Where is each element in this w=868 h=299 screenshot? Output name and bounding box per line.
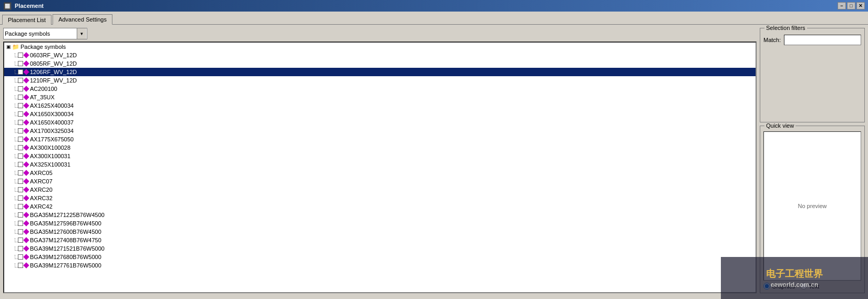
checkbox[interactable] xyxy=(18,53,23,58)
list-item[interactable]: AX325X100031 xyxy=(4,160,756,169)
list-item[interactable]: AX1775X675050 xyxy=(4,135,756,143)
checkbox[interactable] xyxy=(18,145,23,150)
close-button[interactable]: ✕ xyxy=(856,2,865,9)
list-item[interactable]: 0805RF_WV_12D xyxy=(4,59,756,68)
checkbox[interactable] xyxy=(18,137,23,142)
checkbox[interactable] xyxy=(18,204,23,209)
diamond-icon xyxy=(23,153,29,159)
list-item[interactable]: AXRC05 xyxy=(4,169,756,177)
diamond-icon xyxy=(23,245,29,251)
diamond-icon xyxy=(23,77,29,83)
list-item[interactable]: AX1625X400034 xyxy=(4,101,756,110)
checkbox[interactable] xyxy=(18,229,23,234)
tab-bar: Placement List Advanced Settings xyxy=(0,12,868,25)
checkbox[interactable] xyxy=(18,103,23,108)
selection-filters-group: Selection filters Match: xyxy=(760,28,865,122)
maximize-button[interactable]: □ xyxy=(847,2,855,9)
list-item[interactable]: AXRC42 xyxy=(4,202,756,211)
checkbox[interactable] xyxy=(18,212,23,218)
dropdown-row: Package symbols ▼ xyxy=(3,28,757,39)
item-label: AX1650X400037 xyxy=(30,119,74,126)
item-label: 0603RF_WV_12D xyxy=(30,52,77,58)
list-item[interactable]: BGA39M127761B76W5000 xyxy=(4,261,756,270)
checkbox[interactable] xyxy=(18,69,23,75)
diamond-icon xyxy=(23,145,29,150)
package-symbols-dropdown-wrapper[interactable]: Package symbols ▼ xyxy=(3,28,87,39)
list-item[interactable]: AX1650X400037 xyxy=(4,118,756,127)
list-item[interactable]: AXRC07 xyxy=(4,177,756,185)
list-item[interactable]: BGA39M127680B76W5000 xyxy=(4,253,756,261)
checkbox[interactable] xyxy=(18,246,23,251)
list-item[interactable]: AC200100 xyxy=(4,85,756,93)
quick-view-title: Quick view xyxy=(764,122,795,129)
checkbox[interactable] xyxy=(18,263,23,268)
checkbox[interactable] xyxy=(18,78,23,83)
diamond-icon xyxy=(23,102,29,108)
item-label: AXRC32 xyxy=(30,195,53,201)
checkbox[interactable] xyxy=(18,187,23,192)
tab-placement-list[interactable]: Placement List xyxy=(2,15,51,25)
item-label: 1210RF_WV_12D xyxy=(30,77,77,84)
item-label: AXRC20 xyxy=(30,187,53,193)
checkbox[interactable] xyxy=(18,153,23,159)
tree-root[interactable]: ▣ 📁 Package symbols xyxy=(4,43,756,51)
item-label: AX1650X300034 xyxy=(30,111,74,117)
list-item[interactable]: AX1700X325034 xyxy=(4,127,756,135)
checkbox[interactable] xyxy=(18,238,23,243)
checkbox[interactable] xyxy=(18,120,23,125)
item-label: BGA35M127600B76W4500 xyxy=(30,229,101,235)
checkbox[interactable] xyxy=(18,61,23,66)
item-label: AX1700X325034 xyxy=(30,128,74,134)
main-area: Package symbols ▼ ▣ 📁 Package symbols xyxy=(0,25,868,296)
match-input[interactable] xyxy=(784,35,861,45)
checkbox[interactable] xyxy=(18,86,23,91)
expand-icon[interactable]: ▣ xyxy=(6,44,11,49)
minimize-button[interactable]: − xyxy=(838,2,846,9)
tab-advanced-settings[interactable]: Advanced Settings xyxy=(53,14,112,25)
checkbox[interactable] xyxy=(18,221,23,226)
checkbox[interactable] xyxy=(18,179,23,184)
checkbox[interactable] xyxy=(18,195,23,201)
list-item[interactable]: 1206RF_WV_12D xyxy=(4,68,756,76)
item-label: AXRC05 xyxy=(30,170,53,176)
tree-scroll-area[interactable]: ▣ 📁 Package symbols 0603RF_WV_12D xyxy=(4,43,756,292)
list-item[interactable]: AX300X100028 xyxy=(4,143,756,152)
list-item[interactable]: AX1650X300034 xyxy=(4,110,756,118)
list-item[interactable]: AXRC20 xyxy=(4,185,756,194)
right-panel: Selection filters Match: Quick view No p… xyxy=(760,28,865,293)
item-label: AT_35UX xyxy=(30,94,55,100)
diamond-icon xyxy=(23,170,29,176)
item-label: AX1775X675050 xyxy=(30,136,74,142)
list-item[interactable]: 0603RF_WV_12D xyxy=(4,51,756,59)
checkbox[interactable] xyxy=(18,162,23,167)
list-item[interactable]: BGA35M1271225B76W4500 xyxy=(4,211,756,219)
window-title: Placement xyxy=(15,3,838,9)
list-item[interactable]: BGA37M127408B76W4750 xyxy=(4,236,756,244)
list-item[interactable]: AXRC32 xyxy=(4,194,756,202)
checkbox[interactable] xyxy=(18,128,23,133)
diamond-icon xyxy=(23,262,29,268)
diamond-icon xyxy=(23,60,29,66)
checkbox[interactable] xyxy=(18,170,23,176)
list-item[interactable]: 1210RF_WV_12D xyxy=(4,76,756,85)
item-label: BGA39M127680B76W5000 xyxy=(30,254,101,260)
package-symbols-dropdown[interactable]: Package symbols xyxy=(3,28,87,39)
app-icon: 🔲 xyxy=(3,2,12,10)
list-item[interactable]: BGA35M127600B76W4500 xyxy=(4,228,756,236)
tree-container[interactable]: ▣ 📁 Package symbols 0603RF_WV_12D xyxy=(3,42,757,293)
selection-filters-title: Selection filters xyxy=(764,25,807,31)
diamond-icon xyxy=(23,111,29,117)
list-item[interactable]: AX300X100031 xyxy=(4,152,756,160)
item-label: AX300X100028 xyxy=(30,145,70,151)
filter-content-area xyxy=(763,45,861,119)
diamond-icon xyxy=(23,69,29,75)
item-label: BGA37M127408B76W4750 xyxy=(30,237,101,243)
checkbox[interactable] xyxy=(18,254,23,260)
list-item[interactable]: BGA35M127596B76W4500 xyxy=(4,219,756,228)
list-item[interactable]: BGA39M1271521B76W5000 xyxy=(4,244,756,253)
checkbox[interactable] xyxy=(18,95,23,100)
watermark-line2: eeworld.com.cn xyxy=(766,281,823,288)
list-item[interactable]: AT_35UX xyxy=(4,93,756,101)
left-panel: Package symbols ▼ ▣ 📁 Package symbols xyxy=(3,28,757,293)
checkbox[interactable] xyxy=(18,111,23,117)
